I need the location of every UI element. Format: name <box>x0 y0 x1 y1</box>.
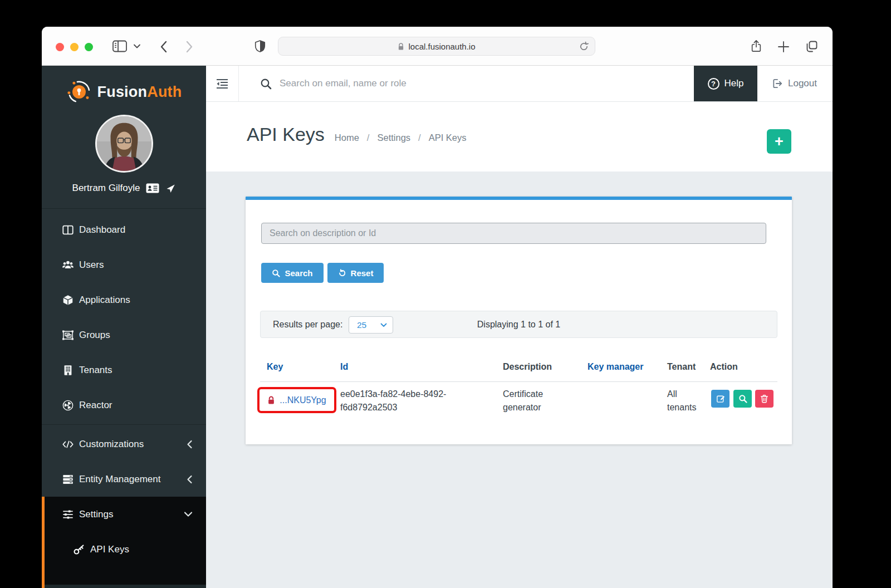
user-profile: Bertram Gilfoyle <box>42 105 206 209</box>
table-header-key[interactable]: Key <box>267 362 283 372</box>
sidebar-item-dashboard[interactable]: Dashboard <box>42 212 206 247</box>
main-area: ? Help Logout API Keys <box>206 66 833 588</box>
page-title: API Keys <box>247 123 325 145</box>
sidebar-collapse-button[interactable] <box>206 66 239 101</box>
reset-button[interactable]: Reset <box>327 263 384 283</box>
panel-search-input[interactable] <box>261 223 766 244</box>
forward-button-icon[interactable] <box>185 41 193 53</box>
users-icon <box>62 259 74 271</box>
chevron-left-icon <box>187 440 193 449</box>
breadcrumb-settings[interactable]: Settings <box>377 133 410 143</box>
sidebar-item-settings[interactable]: Settings <box>45 497 206 532</box>
sidebar-item-users[interactable]: Users <box>42 247 206 282</box>
table-header-description: Description <box>503 362 552 372</box>
search-button-label: Search <box>285 268 312 278</box>
global-search <box>239 66 694 101</box>
sidebar-item-label: Groups <box>79 330 110 341</box>
lock-icon <box>267 395 275 405</box>
sidebar-item-label: Dashboard <box>79 224 125 236</box>
sidebar-group-bottom-strip <box>45 585 206 588</box>
delete-api-key-button[interactable] <box>755 390 773 408</box>
sidebar-item-label: Users <box>79 259 104 271</box>
sidebar-item-tenants[interactable]: Tenants <box>42 352 206 388</box>
breadcrumb-current: API Keys <box>429 133 467 143</box>
sidebar-item-applications[interactable]: Applications <box>42 282 206 317</box>
search-icon <box>738 394 747 403</box>
fusionauth-logo: FusionAuth <box>42 66 206 105</box>
app-topbar: ? Help Logout <box>206 66 833 102</box>
server-icon <box>62 473 74 486</box>
logout-button[interactable]: Logout <box>757 66 833 101</box>
sidebar-item-label: Reactor <box>79 400 112 411</box>
new-tab-icon[interactable] <box>777 41 790 53</box>
search-icon <box>272 269 280 277</box>
tab-overview-icon[interactable] <box>805 40 818 53</box>
browser-toolbar: local.fusionauth.io <box>42 27 833 66</box>
id-card-icon[interactable] <box>146 183 159 193</box>
sidebar-item-label: Settings <box>79 509 113 520</box>
breadcrumb: Home / Settings / API Keys <box>335 133 467 143</box>
table-header-divider <box>260 381 777 382</box>
sidebar-item-groups[interactable]: Groups <box>42 317 206 352</box>
sidebar-toggle-icon[interactable] <box>112 40 128 53</box>
search-icon <box>260 78 272 90</box>
avatar <box>95 115 153 173</box>
sidebar-item-api-keys[interactable]: API Keys <box>45 532 206 567</box>
radiation-icon <box>62 399 74 411</box>
edit-api-key-button[interactable] <box>711 390 730 408</box>
table-header-key-manager[interactable]: Key manager <box>588 362 644 372</box>
key-icon <box>73 543 85 556</box>
code-icon <box>62 438 74 450</box>
privacy-shield-icon[interactable] <box>254 39 266 53</box>
api-key-link[interactable]: ...NKU5Ypg <box>280 395 326 405</box>
help-label: Help <box>724 78 744 89</box>
location-arrow-icon[interactable] <box>165 183 175 193</box>
address-bar[interactable]: local.fusionauth.io <box>278 37 595 56</box>
sidebar-item-customizations[interactable]: Customizations <box>42 427 206 462</box>
trash-icon <box>760 394 768 403</box>
help-button[interactable]: ? Help <box>694 66 757 101</box>
brand-wordmark: FusionAuth <box>97 84 182 101</box>
sidebar-item-entity-management[interactable]: Entity Management <box>42 462 206 497</box>
sidebar: FusionAuth <box>42 66 206 588</box>
minimize-window-button[interactable] <box>70 43 79 51</box>
table-header-id[interactable]: Id <box>340 362 348 372</box>
sidebar-item-label: Tenants <box>79 365 112 376</box>
logout-icon <box>772 78 783 89</box>
reload-icon[interactable] <box>579 41 589 52</box>
add-api-key-button[interactable]: + <box>767 129 791 154</box>
secure-lock-icon <box>398 42 404 51</box>
back-button-icon[interactable] <box>160 41 168 53</box>
zoom-window-button[interactable] <box>85 43 93 51</box>
reset-undo-icon <box>338 269 346 277</box>
fusionauth-app: FusionAuth <box>42 66 833 588</box>
reset-button-label: Reset <box>351 268 374 278</box>
key-cell-highlight-annotation: ...NKU5Ypg <box>257 387 336 413</box>
breadcrumb-separator: / <box>418 133 421 143</box>
sidebar-item-label: Applications <box>79 295 130 306</box>
sidebar-divider <box>42 424 206 425</box>
displaying-text: Displaying 1 to 1 of 1 <box>261 320 777 330</box>
description-cell: Certificate generator <box>503 388 543 414</box>
question-circle-icon: ? <box>708 78 719 90</box>
search-button[interactable]: Search <box>261 263 324 283</box>
logout-label: Logout <box>788 78 817 89</box>
dashboard-columns-icon <box>62 224 74 236</box>
sidebar-dropdown-chevron-icon[interactable] <box>133 43 141 49</box>
cube-icon <box>62 294 74 306</box>
share-icon[interactable] <box>750 39 762 53</box>
chevron-down-icon <box>184 511 193 517</box>
view-api-key-button[interactable] <box>733 390 752 408</box>
global-search-input[interactable] <box>280 78 694 89</box>
avatar-portrait <box>97 116 151 171</box>
chevron-left-icon <box>187 475 193 484</box>
outdent-icon <box>216 78 229 89</box>
page-header: API Keys Home / Settings / API Keys + <box>206 102 833 171</box>
sidebar-item-reactor[interactable]: Reactor <box>42 388 206 423</box>
breadcrumb-home[interactable]: Home <box>335 133 359 143</box>
close-window-button[interactable] <box>56 43 64 51</box>
tenant-cell: All tenants <box>667 388 696 414</box>
edit-icon <box>716 394 725 403</box>
fusionauth-logo-icon <box>66 79 92 105</box>
user-name-row: Bertram Gilfoyle <box>72 183 176 194</box>
